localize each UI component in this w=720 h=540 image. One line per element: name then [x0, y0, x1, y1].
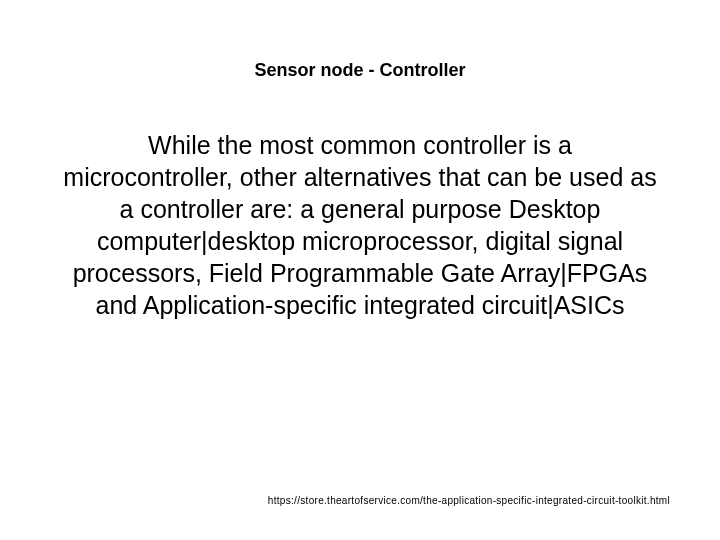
- slide-title: Sensor node - Controller: [50, 60, 670, 81]
- footer-link: https://store.theartofservice.com/the-ap…: [268, 495, 670, 506]
- slide-container: Sensor node - Controller While the most …: [0, 0, 720, 540]
- slide-body: While the most common controller is a mi…: [50, 129, 670, 321]
